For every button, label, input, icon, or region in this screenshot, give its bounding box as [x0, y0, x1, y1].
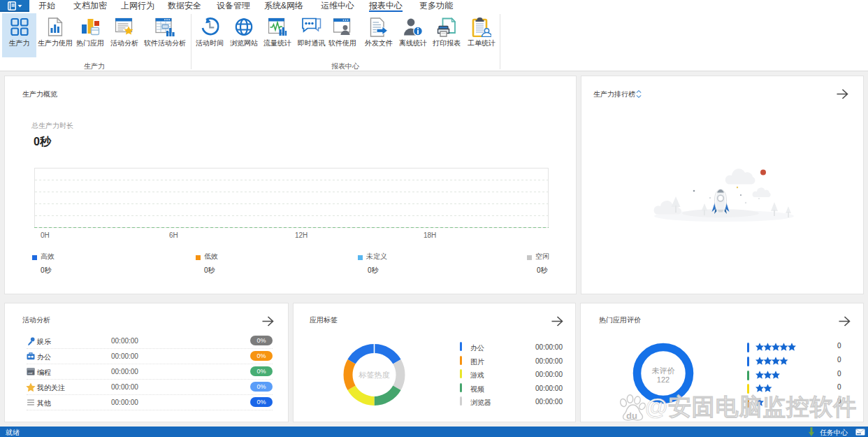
- svg-text:cmd: cmd: [28, 372, 33, 375]
- svg-text:du: du: [626, 410, 637, 421]
